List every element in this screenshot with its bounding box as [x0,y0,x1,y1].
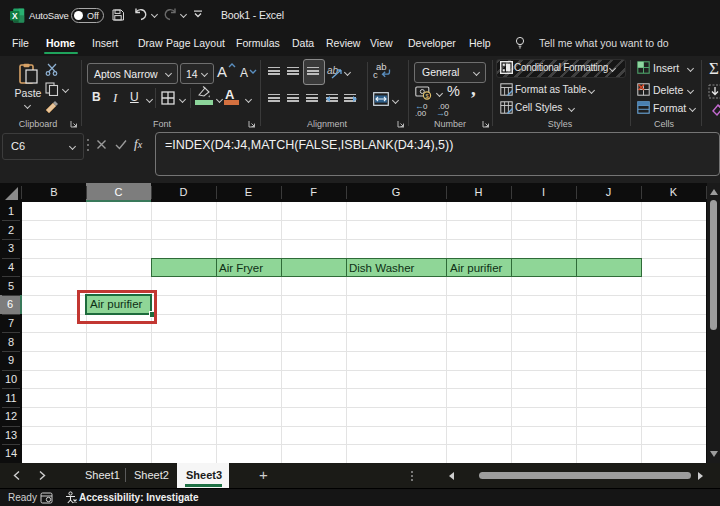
svg-text:$: $ [425,93,428,99]
svg-text:X: X [12,11,18,21]
